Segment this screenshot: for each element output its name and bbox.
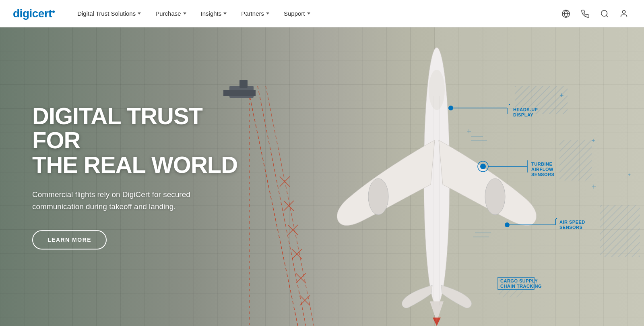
svg-text:HEADS-UP: HEADS-UP: [513, 107, 538, 112]
nav-links: Digital Trust Solutions Purchase Insight…: [71, 7, 559, 20]
svg-text:CHAIN TRACKING: CHAIN TRACKING: [500, 284, 542, 289]
svg-rect-9: [600, 205, 640, 257]
svg-rect-67: [239, 80, 248, 88]
nav-item-insights[interactable]: Insights: [194, 7, 233, 20]
user-icon-button[interactable]: [617, 6, 631, 21]
logo[interactable]: digicert: [13, 7, 55, 20]
chevron-down-icon: [307, 12, 310, 15]
nav-item-partners[interactable]: Partners: [235, 7, 276, 20]
user-icon: [619, 9, 628, 18]
svg-text:SENSORS: SENSORS: [559, 225, 582, 230]
chevron-down-icon: [266, 12, 269, 15]
svg-text:SENSORS: SENSORS: [531, 172, 554, 177]
svg-rect-49: [556, 218, 557, 219]
hero-content: DIGITAL TRUST FOR THE REAL WORLD Commerc…: [32, 104, 242, 250]
svg-text:DISPLAY: DISPLAY: [513, 112, 533, 117]
svg-text:AIRFLOW: AIRFLOW: [531, 167, 553, 172]
svg-text:CARGO SUPPLY: CARGO SUPPLY: [500, 278, 538, 283]
svg-point-28: [429, 70, 445, 110]
hero-title: DIGITAL TRUST FOR THE REAL WORLD: [32, 104, 242, 178]
svg-point-33: [448, 106, 453, 110]
search-icon: [600, 9, 609, 18]
learn-more-button[interactable]: LEARN MORE: [32, 230, 107, 249]
svg-rect-8: [559, 140, 592, 181]
hero-section: HEADS-UP DISPLAY TURBINE AIRFLOW SENSORS…: [0, 27, 644, 326]
svg-point-39: [480, 164, 486, 169]
svg-line-2: [606, 15, 608, 17]
nav-item-digital-trust[interactable]: Digital Trust Solutions: [71, 7, 147, 20]
logo-dot: [52, 10, 55, 13]
svg-point-1: [601, 10, 607, 16]
nav-icons: [559, 6, 631, 21]
phone-icon: [581, 9, 590, 18]
hero-subtitle: Commercial flights rely on DigiCert for …: [32, 189, 201, 212]
globe-icon-button[interactable]: [559, 6, 573, 21]
svg-rect-68: [223, 90, 256, 96]
chevron-down-icon: [183, 12, 186, 15]
nav-item-support[interactable]: Support: [277, 7, 317, 20]
svg-text:TURBINE: TURBINE: [531, 162, 552, 166]
nav-item-purchase[interactable]: Purchase: [149, 7, 192, 20]
svg-text:+: +: [592, 137, 595, 143]
search-icon-button[interactable]: [597, 6, 612, 21]
svg-text:AIR SPEED: AIR SPEED: [559, 220, 585, 224]
svg-point-3: [622, 10, 625, 13]
chevron-down-icon: [138, 12, 141, 15]
globe-icon: [561, 9, 570, 18]
svg-rect-36: [509, 104, 510, 105]
svg-point-29: [368, 179, 388, 215]
svg-point-46: [505, 222, 510, 227]
svg-point-30: [485, 179, 505, 215]
navbar: digicert Digital Trust Solutions Purchas…: [0, 0, 644, 27]
chevron-down-icon: [223, 12, 227, 15]
logo-text: digicert: [13, 7, 55, 20]
phone-icon-button[interactable]: [578, 6, 592, 21]
svg-text:+: +: [559, 91, 564, 100]
svg-text:+: +: [628, 172, 631, 178]
